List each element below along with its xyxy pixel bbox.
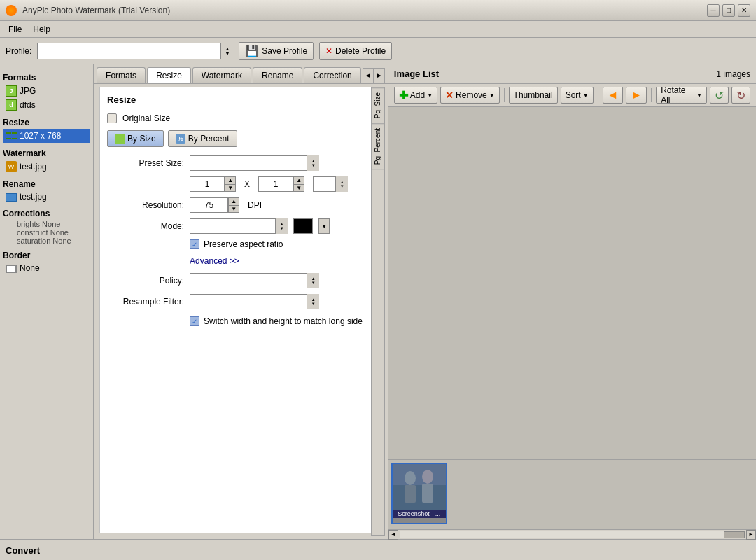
original-size-label: Original Size <box>122 113 170 123</box>
preserve-aspect-row: ✓ Preserve aspect ratio <box>190 239 364 249</box>
add-button[interactable]: ✚ Add ▼ <box>394 87 438 104</box>
watermark-icon: W <box>6 161 17 172</box>
sidebar-item-rename[interactable]: test.jpg <box>3 190 90 203</box>
preset-size-arrows[interactable]: ▲ ▼ <box>307 155 319 171</box>
dpi-label: DPI <box>248 200 262 210</box>
width-down[interactable]: ▼ <box>225 184 236 192</box>
switch-dimension-row: ✓ Switch width and height to match long … <box>190 316 364 326</box>
menu-help[interactable]: Help <box>27 23 56 36</box>
arrow-left-button[interactable]: ◄ <box>603 87 624 104</box>
sidebar-item-watermark[interactable]: W test.jpg <box>3 160 90 174</box>
center-panel: Formats Resize Watermark Rename Correcti… <box>94 64 388 539</box>
dimensions-row: ▲ ▼ X ▲ ▼ ▲ <box>190 176 364 192</box>
save-profile-button[interactable]: 💾 Save Profile <box>239 42 314 60</box>
main-layout: Formats J JPG d dfds Resize 1027 x 768 W… <box>0 64 756 539</box>
title-bar-left: AnyPic Photo Watermark (Trial Version) <box>6 5 170 16</box>
scroll-left-btn[interactable]: ◄ <box>388 530 398 540</box>
scroll-thumb[interactable] <box>724 531 745 538</box>
height-up[interactable]: ▲ <box>293 176 304 184</box>
pg-percent-tab[interactable]: Pg_Percent <box>372 123 384 169</box>
watermark-text: test.jpg <box>20 162 47 172</box>
preserve-aspect-checkbox[interactable]: ✓ <box>190 239 200 249</box>
advanced-link[interactable]: Advanced >> <box>190 256 364 266</box>
tab-scroll-right[interactable]: ► <box>374 68 385 83</box>
remove-button[interactable]: ✕ Remove ▼ <box>440 87 500 104</box>
sidebar-item-brights[interactable]: brights None <box>3 220 90 228</box>
resolution-label: Resolution: <box>107 200 184 210</box>
sort-label: Sort <box>566 90 581 100</box>
resample-arrows[interactable]: ▲ ▼ <box>307 294 319 309</box>
scroll-track[interactable] <box>400 531 745 538</box>
add-dropdown-arrow: ▼ <box>427 92 433 99</box>
close-button[interactable]: ✕ <box>738 4 750 17</box>
resolution-input[interactable] <box>190 197 228 213</box>
height-input[interactable] <box>258 176 293 192</box>
by-percent-label: By Percent <box>188 134 230 144</box>
svg-rect-1 <box>393 485 446 510</box>
policy-arrows[interactable]: ▲ ▼ <box>307 273 319 288</box>
sidebar-item-resize[interactable]: 1027 x 768 <box>3 129 90 143</box>
horizontal-scrollbar[interactable]: ◄ ► <box>388 529 756 539</box>
width-up[interactable]: ▲ <box>225 176 236 184</box>
resolution-up[interactable]: ▲ <box>228 197 239 205</box>
convert-bar: Convert Destination Folder: ▲ ▼ 📁 Browse… <box>0 539 756 560</box>
by-percent-button[interactable]: % By Percent <box>168 130 237 147</box>
sidebar-item-saturation[interactable]: saturation None <box>3 237 90 245</box>
original-size-radio[interactable] <box>107 113 117 123</box>
preset-size-select[interactable] <box>190 155 319 171</box>
profile-select-arrows[interactable]: ▲ ▼ <box>220 43 233 59</box>
menu-file[interactable]: File <box>3 23 27 36</box>
tab-watermark[interactable]: Watermark <box>192 67 251 83</box>
delete-profile-button[interactable]: ✕ Delete Profile <box>319 42 392 60</box>
arrow-right-button[interactable]: ► <box>626 87 647 104</box>
menu-bar: File Help <box>0 21 756 38</box>
sidebar-item-border[interactable]: None <box>3 262 90 274</box>
size-unit-arrows[interactable]: ▲ ▼ <box>335 176 348 192</box>
sidebar-section-watermark: Watermark <box>3 148 90 158</box>
minimize-button[interactable]: ─ <box>707 4 720 17</box>
title-bar: AnyPic Photo Watermark (Trial Version) ─… <box>0 0 756 21</box>
policy-select[interactable] <box>190 273 319 288</box>
color-swatch[interactable] <box>293 218 313 234</box>
color-arrow[interactable]: ▼ <box>318 218 330 234</box>
rotate-left-button[interactable]: ↺ <box>710 87 729 104</box>
sidebar-section-formats: Formats <box>3 73 90 83</box>
rotate-right-button[interactable]: ↻ <box>732 87 750 104</box>
resample-select[interactable] <box>190 294 319 309</box>
sort-button[interactable]: Sort ▼ <box>561 87 594 104</box>
tab-correction[interactable]: Correction <box>304 67 360 83</box>
mode-select[interactable] <box>190 218 288 234</box>
thumbnail-strip: Screenshot - ... <box>388 459 756 529</box>
thumbnail-button[interactable]: Thumbnail <box>509 87 558 104</box>
scroll-right-btn[interactable]: ► <box>746 530 756 540</box>
resolution-down[interactable]: ▼ <box>228 205 239 213</box>
switch-dimension-checkbox[interactable]: ✓ <box>190 316 200 326</box>
resolution-spinner: ▲ ▼ <box>190 197 239 213</box>
sidebar-item-construct[interactable]: construct None <box>3 228 90 237</box>
sidebar-item-dfds[interactable]: d dfds <box>3 98 90 112</box>
tab-resize[interactable]: Resize <box>147 67 191 83</box>
mode-arrows[interactable]: ▲ ▼ <box>275 218 288 234</box>
image-count: 1 images <box>716 69 750 79</box>
resolution-arrows: ▲ ▼ <box>228 197 239 213</box>
width-input[interactable] <box>190 176 225 192</box>
switch-dimension-label: Switch width and height to match long si… <box>204 316 363 326</box>
height-down[interactable]: ▼ <box>293 184 304 192</box>
separator-2 <box>598 88 598 102</box>
rotate-all-button[interactable]: Rotate All ▼ <box>656 87 707 104</box>
profile-select[interactable] <box>37 43 233 59</box>
maximize-button[interactable]: □ <box>722 4 735 17</box>
tab-scroll-left[interactable]: ◄ <box>363 68 374 83</box>
width-spinner: ▲ ▼ <box>190 176 236 192</box>
mode-row: Mode: ▲ ▼ ▼ <box>107 218 364 234</box>
svg-point-4 <box>422 470 433 484</box>
resample-label: Resample Filter: <box>107 297 184 307</box>
resize-icon <box>6 130 17 141</box>
by-size-button[interactable]: By Size <box>107 130 164 147</box>
pg-size-tab[interactable]: Pg_Size <box>372 88 384 123</box>
image-canvas[interactable] <box>388 107 756 459</box>
tab-formats[interactable]: Formats <box>97 67 146 83</box>
sidebar-item-jpg[interactable]: J JPG <box>3 84 90 98</box>
list-item[interactable]: Screenshot - ... <box>391 463 447 524</box>
tab-rename[interactable]: Rename <box>253 67 302 83</box>
